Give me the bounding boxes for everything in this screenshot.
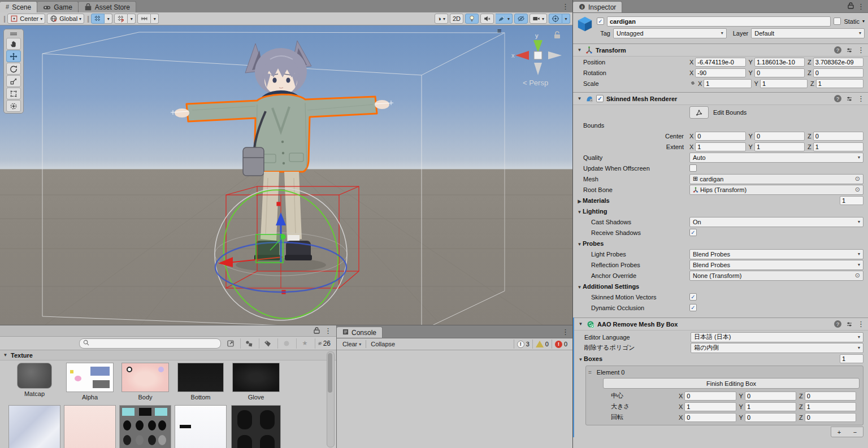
transform-header[interactable]: ▼ Transform ? ⋮ <box>573 44 868 56</box>
quality-dropdown[interactable]: Auto▾ <box>689 153 863 163</box>
box-rotation-y-field[interactable] <box>745 413 796 422</box>
texture-thumbnail-body[interactable] <box>121 363 169 392</box>
tag-dropdown[interactable]: Untagged▾ <box>613 28 727 38</box>
scale-z-field[interactable] <box>816 79 863 88</box>
probes-foldout-row[interactable]: ▼Probes <box>573 238 868 249</box>
element-header[interactable]: = Element 0 <box>588 367 861 377</box>
skinned-motion-vectors-checkbox[interactable]: ✓ <box>689 293 697 301</box>
texture-thumbnail-matcap[interactable] <box>17 363 52 389</box>
rotation-x-field[interactable] <box>695 68 745 77</box>
camera-settings-button[interactable]: ▾ <box>530 14 547 24</box>
asset-item[interactable]: Matcap <box>7 363 62 401</box>
scale-x-field[interactable] <box>704 79 751 88</box>
reflection-probes-dropdown[interactable]: Blend Probes▾ <box>689 260 863 270</box>
pivot-mode-button[interactable]: Center ▾ <box>7 14 45 24</box>
asset-item[interactable]: Glove <box>228 363 284 401</box>
position-x-field[interactable] <box>695 58 745 67</box>
additional-settings-foldout-icon[interactable]: ▼ <box>576 285 583 290</box>
smr-kebab-icon[interactable]: ⋮ <box>857 94 865 103</box>
remove-box-button[interactable]: − <box>847 427 863 437</box>
additional-settings-foldout-row[interactable]: ▼Additional Settings <box>573 281 868 292</box>
gizmos-button[interactable] <box>549 14 562 24</box>
console-kebab-icon[interactable]: ⋮ <box>562 328 569 336</box>
bounds-center-x-field[interactable] <box>695 132 745 141</box>
boxes-foldout-icon[interactable]: ▼ <box>578 357 584 362</box>
search-in-window-button[interactable] <box>222 338 239 349</box>
offscreen-checkbox[interactable] <box>689 164 697 172</box>
boxes-count-field[interactable] <box>840 354 863 363</box>
scale-link-icon[interactable] <box>689 80 697 88</box>
rotation-y-field[interactable] <box>754 68 805 77</box>
bounds-extent-y-field[interactable] <box>754 142 805 151</box>
boxes-row[interactable]: ▼Boxes <box>574 353 868 364</box>
tab-game[interactable]: Game <box>37 1 79 12</box>
increment-snap-button[interactable] <box>137 14 151 24</box>
lighting-foldout-icon[interactable]: ▼ <box>576 210 583 215</box>
object-picker-icon[interactable]: ⊙ <box>855 272 860 279</box>
project-lock-icon[interactable] <box>314 327 320 335</box>
box-size-y-field[interactable] <box>745 402 796 411</box>
aao-help-icon[interactable]: ? <box>834 320 841 328</box>
move-tool-button[interactable] <box>6 50 21 62</box>
lighting-foldout-row[interactable]: ▼Lighting <box>573 206 868 216</box>
perspective-label[interactable]: < Persp <box>523 79 548 87</box>
asset-item[interactable]: Bottom <box>173 363 228 401</box>
probes-foldout-icon[interactable]: ▼ <box>576 242 583 247</box>
object-picker-icon[interactable]: ⊙ <box>855 186 860 193</box>
console-warning-badge[interactable]: 0 <box>532 340 552 349</box>
box-rotation-x-field[interactable] <box>684 413 736 422</box>
search-input[interactable] <box>92 340 217 347</box>
materials-count-field[interactable] <box>840 196 863 205</box>
texture-thumbnail-bottom[interactable] <box>177 363 224 392</box>
snap-button[interactable] <box>114 14 128 24</box>
grid-visibility-button[interactable] <box>91 14 105 24</box>
receive-shadows-checkbox[interactable]: ✓ <box>689 229 697 236</box>
asset-item[interactable] <box>228 405 284 448</box>
bounds-extent-z-field[interactable] <box>813 142 863 151</box>
tab-inspector[interactable]: i Inspector <box>573 1 622 12</box>
inspector-kebab-icon[interactable]: ⋮ <box>857 2 865 11</box>
bounds-extent-x-field[interactable] <box>695 142 745 151</box>
transform-help-icon[interactable]: ? <box>834 46 841 54</box>
toolstrip-grip[interactable] <box>6 31 21 37</box>
tab-scene[interactable]: # Scene <box>0 1 37 12</box>
box-rotation-z-field[interactable] <box>805 413 856 422</box>
editor-language-dropdown[interactable]: 日本語 (日本)▾ <box>691 332 863 342</box>
box-center-x-field[interactable] <box>684 392 736 401</box>
drag-handle-icon[interactable]: = <box>588 369 592 376</box>
remove-polygon-dropdown[interactable]: 箱の内側▾ <box>691 343 863 353</box>
static-checkbox[interactable] <box>834 18 841 25</box>
project-search[interactable] <box>79 338 221 349</box>
position-z-field[interactable] <box>813 58 863 67</box>
asset-item[interactable]: Body <box>118 363 173 401</box>
scene-viewport[interactable]: ≡ y x < Persp <box>0 25 572 325</box>
smr-presets-icon[interactable] <box>846 95 853 102</box>
scale-tool-button[interactable] <box>6 75 21 87</box>
scale-y-field[interactable] <box>760 79 808 88</box>
transform-foldout-icon[interactable]: ▼ <box>576 47 583 53</box>
filter-dim-button[interactable] <box>277 338 295 349</box>
transform-kebab-icon[interactable]: ⋮ <box>857 46 865 54</box>
grid-dropdown-button[interactable]: ▾ <box>105 14 112 24</box>
smr-header[interactable]: ▼ ✓ Skinned Mesh Renderer ? ⋮ <box>573 92 868 105</box>
snap-dropdown-button[interactable]: ▾ <box>128 14 136 24</box>
orientation-gizmo[interactable]: y x <box>511 32 562 75</box>
gameobject-name-field[interactable]: cardigan <box>607 16 831 27</box>
edit-box-handle[interactable] <box>256 234 286 263</box>
aao-presets-icon[interactable] <box>846 321 853 328</box>
position-y-field[interactable] <box>754 58 805 67</box>
transform-presets-icon[interactable] <box>846 47 853 54</box>
smr-foldout-icon[interactable]: ▼ <box>576 96 583 101</box>
box-size-x-field[interactable] <box>684 402 736 411</box>
toolbar-grip2[interactable]: || <box>87 15 88 23</box>
overlay-menu-icon[interactable]: ≡ <box>497 27 502 35</box>
finish-editing-box-button[interactable]: Finish Editing Box <box>603 378 860 389</box>
aao-kebab-icon[interactable]: ⋮ <box>857 320 865 328</box>
smr-help-icon[interactable]: ? <box>834 95 841 102</box>
increment-snap-dropdown-button[interactable]: ▾ <box>151 14 159 24</box>
active-checkbox[interactable]: ✓ <box>597 18 604 25</box>
scene-audio-button[interactable] <box>480 14 494 24</box>
aao-header[interactable]: ▼ AAO Remove Mesh By Box ? ⋮ <box>574 317 868 330</box>
asset-item[interactable] <box>62 405 118 448</box>
inspector-lock-icon[interactable] <box>848 2 854 10</box>
